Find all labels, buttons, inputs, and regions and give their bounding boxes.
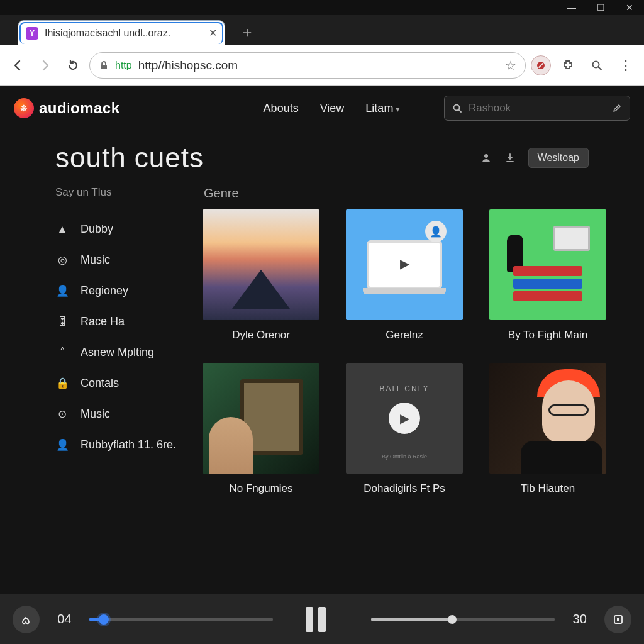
url-input[interactable] — [138, 58, 499, 72]
play-pause-button[interactable] — [298, 607, 333, 632]
svg-rect-0 — [101, 65, 107, 69]
browser-toolbar: http ☆ ⋮ — [0, 45, 644, 86]
top-nav: Abouts View Litam — [264, 96, 630, 121]
address-bar[interactable]: http ☆ — [89, 52, 526, 79]
window-minimize-button[interactable]: — — [557, 0, 586, 15]
svg-line-4 — [599, 67, 602, 70]
toolbar-search-icon[interactable] — [585, 53, 609, 77]
download-icon[interactable] — [504, 152, 516, 164]
site-search[interactable] — [444, 96, 630, 121]
overlay-text-bottom: By Onttiin à Rasle — [346, 453, 463, 460]
player-total: 30 — [567, 612, 592, 626]
wesltoap-button[interactable]: Wesltoap — [528, 148, 589, 168]
card-caption: Dohadigirls Ft Ps — [346, 482, 463, 495]
play-icon[interactable]: ▶ — [389, 248, 420, 279]
sidebar-item-label: Music — [80, 408, 110, 421]
play-icon[interactable]: ▶ — [389, 402, 420, 434]
player-queue-button[interactable] — [604, 606, 631, 633]
search-icon — [452, 103, 462, 113]
player-elapsed: 04 — [52, 612, 77, 626]
sidebar-item-label: Regioney — [80, 284, 128, 297]
card-thumbnail — [489, 209, 606, 320]
sidebar-item-contals[interactable]: 🔒 Contals — [55, 368, 187, 399]
brand-mark-icon: ❋ — [14, 98, 34, 118]
sidebar-item-race-ha[interactable]: 🎛 Race Ha — [55, 306, 187, 337]
sidebar-item-dubby[interactable]: ▲ Dubby — [55, 214, 187, 245]
brand-wordmark: audiomack — [39, 99, 120, 117]
sidebar: Say un Tlus ▲ Dubby ◎ Music 👤 Regioney 🎛… — [55, 184, 187, 495]
main-content: Genre Dyle Orenor 👤 ▶ Gerelnz — [203, 184, 644, 495]
card-thumbnail — [203, 363, 319, 474]
svg-line-6 — [459, 110, 462, 113]
nav-item-view[interactable]: View — [320, 102, 345, 115]
sidebar-item-music-1[interactable]: ◎ Music — [55, 245, 187, 275]
bookmark-star-icon[interactable]: ☆ — [505, 58, 516, 73]
window-maximize-button[interactable]: ☐ — [586, 0, 615, 15]
dot-circle-icon: ⊙ — [55, 408, 69, 421]
sidebar-item-label: Race Ha — [80, 315, 125, 328]
page-title-row: south cuets Wesltoap — [0, 131, 644, 180]
card-caption: Gerelnz — [346, 329, 463, 341]
volume-slider[interactable] — [371, 618, 555, 621]
sidebar-item-music-2[interactable]: ⊙ Music — [55, 399, 187, 430]
extension-icon[interactable] — [531, 55, 551, 75]
card-no-fngumies[interactable]: No Fngumies — [203, 363, 319, 495]
seek-slider[interactable] — [89, 618, 273, 621]
card-gerelnz[interactable]: 👤 ▶ Gerelnz — [346, 209, 463, 341]
tab-title: Ihisiqjomacisachl undl..oraz. — [45, 28, 203, 39]
section-heading-genre: Genre — [204, 186, 644, 201]
card-dohadigirls[interactable]: BAIT CNLY ▶ By Onttiin à Rasle Dohadigir… — [346, 363, 463, 495]
forward-button[interactable] — [34, 54, 57, 77]
browser-tabstrip: Y Ihisiqjomacisachl undl..oraz. ✕ ＋ — [0, 15, 644, 45]
site-header: ❋ audiomack Abouts View Litam — [0, 86, 644, 131]
edit-icon[interactable] — [612, 103, 622, 113]
page-actions: Wesltoap — [480, 148, 589, 168]
sidebar-item-label: Music — [80, 253, 110, 267]
window-close-button[interactable]: ✕ — [615, 0, 644, 15]
card-thumbnail: 👤 ▶ — [346, 209, 463, 320]
player-like-button[interactable] — [13, 606, 40, 633]
lock-icon: 🔒 — [55, 377, 69, 390]
card-caption: Dyle Orenor — [203, 329, 319, 341]
sidebar-item-asnew[interactable]: ˄ Asnew Mplting — [55, 337, 187, 368]
card-by-to-fight-main[interactable]: By To Fight Main — [489, 209, 606, 341]
player-bar: 04 30 — [0, 594, 644, 644]
sidebar-item-label: Rubbyflath 11. 6re. — [80, 438, 176, 452]
site-search-input[interactable] — [469, 102, 606, 114]
browser-menu-button[interactable]: ⋮ — [614, 53, 638, 77]
person-badge-icon: 👤 — [425, 221, 447, 242]
sidebar-heading: Say un Tlus — [55, 186, 187, 199]
site-viewport: ❋ audiomack Abouts View Litam south cuet… — [0, 86, 644, 594]
extensions-button[interactable] — [556, 53, 580, 77]
new-tab-button[interactable]: ＋ — [236, 21, 258, 43]
lock-icon — [99, 60, 109, 70]
svg-rect-10 — [617, 618, 619, 621]
sidebar-item-rubbyflath[interactable]: 👤 Rubbyflath 11. 6re. — [55, 430, 187, 460]
reload-button[interactable] — [62, 54, 84, 77]
card-thumbnail — [489, 363, 606, 474]
sidebar-item-label: Asnew Mplting — [80, 346, 154, 359]
tab-close-button[interactable]: ✕ — [209, 27, 217, 39]
person-icon: 👤 — [55, 284, 69, 297]
sidebar-item-label: Contals — [80, 377, 119, 390]
svg-point-7 — [484, 154, 488, 158]
user-icon[interactable] — [480, 152, 492, 164]
card-caption: Tib Hiauten — [489, 482, 606, 495]
triangle-up-icon: ▲ — [55, 223, 69, 236]
browser-tab-active[interactable]: Y Ihisiqjomacisachl undl..oraz. ✕ — [18, 20, 225, 45]
nav-item-abouts[interactable]: Abouts — [264, 102, 299, 115]
card-grid: Dyle Orenor 👤 ▶ Gerelnz By To Figh — [203, 209, 644, 495]
sidebar-item-label: Dubby — [80, 223, 113, 236]
card-caption: No Fngumies — [203, 482, 319, 495]
card-tib-hiauten[interactable]: Tib Hiauten — [489, 363, 606, 495]
card-dyle-orenor[interactable]: Dyle Orenor — [203, 209, 319, 341]
url-protocol: http — [115, 60, 132, 71]
sidebar-item-regioney[interactable]: 👤 Regioney — [55, 275, 187, 306]
back-button[interactable] — [6, 54, 29, 77]
circle-icon: ◎ — [55, 253, 69, 267]
tab-favicon: Y — [26, 27, 38, 40]
card-caption: By To Fight Main — [489, 329, 606, 341]
overlay-text-top: BAIT CNLY — [346, 384, 463, 393]
nav-item-litam[interactable]: Litam — [365, 102, 400, 115]
brand-logo[interactable]: ❋ audiomack — [14, 98, 120, 118]
